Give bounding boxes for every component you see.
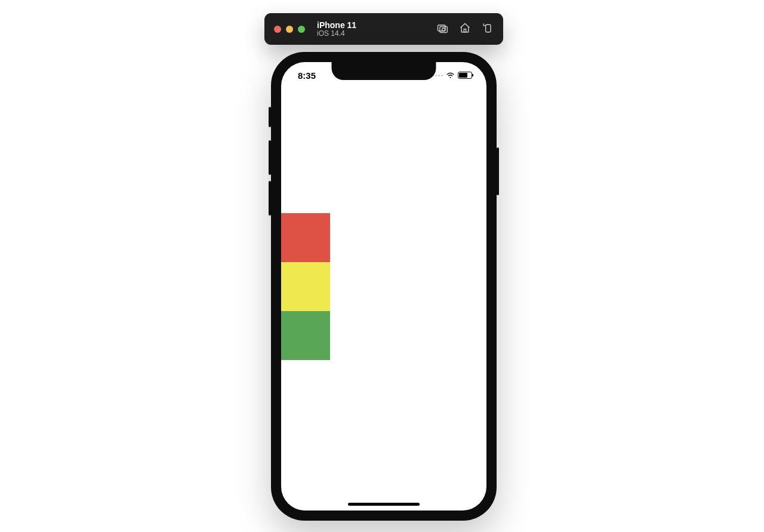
- status-time: 8:35: [298, 70, 316, 81]
- app-content: [281, 62, 486, 511]
- simulator-toolbar: [436, 22, 494, 36]
- screenshot-icon[interactable]: [436, 22, 448, 36]
- wifi-icon: [446, 70, 455, 81]
- window-close-button[interactable]: [274, 26, 281, 33]
- battery-icon: [458, 72, 472, 79]
- svg-rect-1: [440, 26, 448, 32]
- phone-notch: [332, 62, 436, 80]
- os-version-label: iOS 14.4: [317, 30, 356, 38]
- home-indicator[interactable]: [348, 503, 420, 506]
- rotate-icon[interactable]: [482, 22, 494, 36]
- power-button[interactable]: [497, 147, 499, 195]
- volume-up-button[interactable]: [269, 140, 271, 175]
- svg-rect-3: [464, 29, 466, 32]
- mute-switch[interactable]: [269, 107, 271, 127]
- status-indicators: [432, 70, 472, 81]
- svg-rect-4: [486, 24, 491, 32]
- device-name-label: iPhone 11: [317, 20, 356, 30]
- volume-down-button[interactable]: [269, 181, 271, 216]
- green-block: [281, 311, 330, 360]
- window-maximize-button[interactable]: [298, 26, 305, 33]
- simulator-device-info: iPhone 11 iOS 14.4: [317, 20, 356, 38]
- phone-screen[interactable]: 8:35: [281, 62, 486, 511]
- simulator-title-bar: iPhone 11 iOS 14.4: [264, 13, 503, 45]
- home-icon[interactable]: [459, 22, 471, 36]
- yellow-block: [281, 262, 330, 311]
- window-minimize-button[interactable]: [286, 26, 293, 33]
- phone-frame: 8:35: [271, 52, 497, 521]
- svg-point-2: [442, 28, 445, 31]
- window-traffic-lights: [274, 26, 305, 33]
- red-block: [281, 213, 330, 262]
